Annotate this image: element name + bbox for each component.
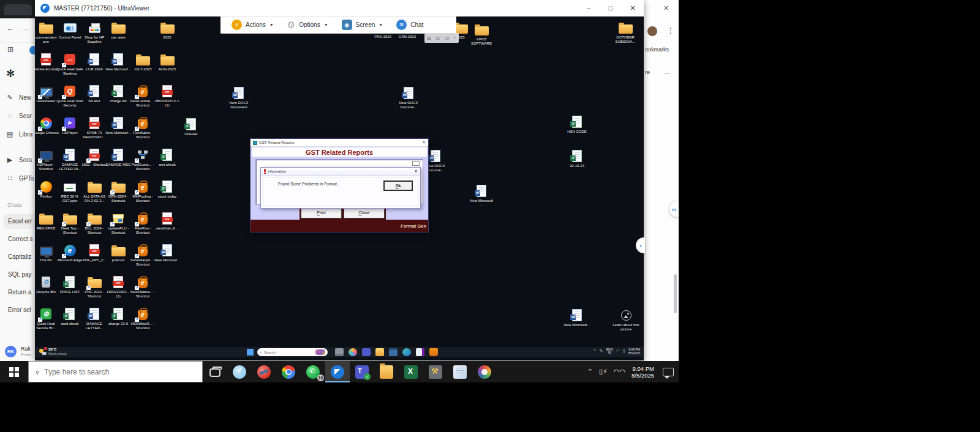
desktop-icon[interactable]: ↗BILL 2024 - Shortcut [81,211,108,235]
excel-taskbar-button[interactable] [399,361,423,382]
desktop-icon[interactable]: This PC [35,243,59,263]
desktop-icon[interactable]: Control Panel [56,20,83,40]
store-bag-icon[interactable] [429,348,438,356]
close-button[interactable]: ✕ [622,0,644,17]
bookmarks-label[interactable]: ookmarks [645,47,669,53]
desktop-icon[interactable]: DAMAGE LETTER... [81,307,108,330]
desktop-icon[interactable]: e↗StockStatus... - Shortcut [129,275,156,299]
desktop-icon[interactable]: New Microsoft ... [468,184,495,207]
media-red-taskbar-button[interactable] [252,361,276,382]
desktop-icon[interactable]: ↗Desk Top - Shortcut [56,211,83,235]
desktop-icon[interactable]: ⊕↗Quick Heal Secure Br... [35,307,59,330]
close-icon[interactable]: ✕ [422,140,426,145]
share-label[interactable]: re [645,69,650,75]
screen-menu[interactable]: ◉ Screen ▼ [337,20,388,30]
desktop-icon[interactable]: e↗Microsoft Edge [56,243,83,263]
desktop-icon[interactable]: ALL DATA AS ON 2-02-2... [81,179,108,203]
desktop-icon[interactable]: JULY-2025 [129,52,156,72]
desktop-icon[interactable]: ↗Google Chrome [35,116,59,135]
monitor-icon[interactable]: ▭ [445,35,450,41]
desktop-icon[interactable]: pramod [105,243,132,263]
desktop-icon[interactable]: ▭↗Quick Heal Safe Banking [56,52,83,76]
paint-taskbar-button[interactable] [472,361,497,382]
whatsapp-taskbar-button[interactable]: 10 [301,361,325,382]
laptop-icon[interactable] [335,348,344,356]
desktop-icon[interactable]: stock today [154,179,181,199]
start-button[interactable] [0,361,28,382]
desktop-icon[interactable]: sambhav_K... [154,211,181,231]
desktop-icon[interactable]: New Microsoft... [564,308,590,327]
calculator-icon[interactable] [389,348,398,356]
desktop-icon[interactable]: e↗FlexiCentral... - Shortcut [129,84,156,108]
search-input[interactable] [44,368,179,376]
remote-clock[interactable]: 9:04 PM 8/5/2025 [628,348,640,355]
edge-icon[interactable] [402,348,411,356]
ok-button[interactable]: Ok [383,181,413,191]
back-icon[interactable]: ← [6,24,14,33]
ultraviewer-taskbar-button[interactable] [325,361,350,382]
sidebar-item-libra[interactable]: ▤Libra [6,127,35,141]
desktop-icon[interactable]: HSN CODE [564,114,590,134]
desktop-icon[interactable]: charge list [105,84,132,103]
pen-icon[interactable]: ✎ [600,349,603,354]
maintenance-taskbar-button[interactable] [423,361,448,382]
desktop-icon[interactable]: 8807001672-1 (1) [154,84,181,108]
desktop-icon[interactable]: ↗GRN-2024 - Shortcut [105,179,132,203]
desktop-icon[interactable]: HR0211002... (1) [105,275,132,299]
desktop-icon[interactable]: e↗WHPooling - Shortcut [129,179,156,203]
browser-tab[interactable] [4,4,32,15]
desktop-icon[interactable]: ↗HDPlayer - Shortcut [35,147,59,171]
chat-item[interactable]: SQL pay [4,267,35,282]
desktop-icon[interactable]: Adobe Acrobat [35,52,59,72]
desktop-icon[interactable]: REG 50 % GST.pptx [56,179,83,203]
sidebar-item-sear[interactable]: ◌Sear [6,109,35,122]
desktop-icon[interactable]: ♻Recycle Bin [35,275,59,294]
alarms-taskbar-button[interactable] [227,361,252,382]
profile-avatar[interactable] [647,26,657,36]
desktop-icon[interactable]: PDF_PPT_2... [81,243,108,263]
desktop-icon[interactable]: Q↗Quick Heal Total Security [56,84,83,108]
desktop-icon[interactable]: ↗PoolCusto... - Shortcut [129,147,156,171]
desktop-icon[interactable]: bill amt [81,84,108,103]
grid-icon[interactable]: ⊞ [427,35,431,41]
desktop-icon[interactable]: ↗UltraViewer [35,84,59,103]
uv-mini-toolbar[interactable]: ⊞ ▭ ▭ ^ [424,33,459,43]
desktop-icon[interactable]: DAMAGE MSG [105,147,132,167]
desktop-icon[interactable]: DAMAGE LETTER 20... [56,147,83,171]
start-button-icon[interactable] [247,349,254,356]
desktop-icon[interactable]: charge 23-6 [105,307,132,326]
actions-menu[interactable]: ⚡ Actions ▼ [227,20,279,30]
gst-checkbox[interactable] [412,161,420,166]
desktop-icon[interactable]: ▶↗HDPlayer [56,116,83,135]
chat-item[interactable]: Error sel [4,303,35,318]
desktop-icon[interactable]: 30-10-24 [564,149,590,168]
chrome-taskbar-button[interactable] [276,361,301,382]
battery-icon[interactable]: ▯ [623,349,625,354]
desktop-icon[interactable]: Shop for HP Supplies [81,20,108,44]
host-clock[interactable]: 9:04 PM 8/5/2025 [631,365,654,379]
onenote-icon[interactable] [416,348,424,356]
remote-system-tray[interactable]: ⌃ ✎ ENG IN ◠ ▯ 9:04 PM 8/5/2025 [593,348,640,355]
desktop-icon[interactable]: OCTOBER SUBSIDIA... [612,20,639,44]
desktop-icon[interactable]: Learn about this picture [612,308,639,332]
task-view-taskbar-button[interactable] [203,361,227,382]
tab-groups-icon[interactable]: ⊞ [7,45,13,54]
desktop-icon[interactable]: e↗FlexiSales - Shortcut [129,116,156,140]
chat-menu[interactable]: ✉ Chat [391,20,428,30]
desktop-icon[interactable]: LCR 2024 [81,52,108,72]
desktop-icon[interactable]: AUG-2025 [154,52,181,72]
minimize-button[interactable]: – [578,0,600,17]
notepad-taskbar-button[interactable] [448,361,472,382]
desktop-icon[interactable]: ↗1601 - Shortcut [81,147,108,167]
teams-icon[interactable] [362,348,371,356]
wifi-icon[interactable]: ◠ [616,349,620,354]
copilot-icon[interactable] [349,348,357,356]
sidebar-item-sora[interactable]: ▶Sora [6,153,35,166]
close-icon[interactable]: ✕ [414,169,418,174]
print-button[interactable]: Print [301,207,342,218]
desktop-icon[interactable]: ↗Firefox [35,179,59,199]
maximize-button[interactable]: □ [600,0,622,17]
tray-chevron-icon[interactable]: ⌃ [593,349,597,354]
desktop-icon[interactable]: commandant one [35,20,59,44]
scrollbar-thumb[interactable] [674,274,677,313]
